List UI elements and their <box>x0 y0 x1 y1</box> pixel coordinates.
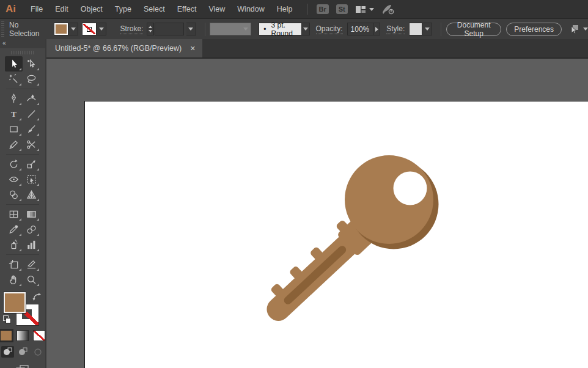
stepper-down-icon[interactable] <box>149 30 152 32</box>
fill-indicator-swatch[interactable] <box>4 292 26 313</box>
rectangle-tool[interactable] <box>5 122 23 137</box>
scale-tool[interactable] <box>23 156 40 172</box>
stroke-width-dropdown[interactable] <box>155 23 196 35</box>
draw-behind-button[interactable] <box>17 346 29 358</box>
chevron-down-icon <box>99 28 104 31</box>
magic-wand-tool[interactable] <box>5 72 23 87</box>
illustrator-logo: Ai <box>6 3 16 15</box>
slice-tool[interactable] <box>23 257 40 272</box>
draw-inside-button[interactable] <box>32 346 45 358</box>
menu-file[interactable]: File <box>24 0 49 18</box>
column-graph-tool[interactable] <box>23 237 40 252</box>
bridge-button[interactable]: Br <box>317 4 329 14</box>
chevron-down-icon <box>71 28 76 31</box>
stroke-width-field[interactable] <box>155 23 184 35</box>
direct-selection-tool[interactable] <box>23 56 40 72</box>
symbol-sprayer-tool[interactable] <box>5 237 23 252</box>
document-setup-button[interactable]: Document Setup <box>446 23 501 36</box>
fill-stroke-indicator <box>0 291 45 329</box>
menu-window[interactable]: Window <box>231 0 270 18</box>
menu-select[interactable]: Select <box>138 0 171 18</box>
select-similar-group[interactable] <box>568 24 588 35</box>
stock-button[interactable]: St <box>336 4 348 14</box>
paintbrush-tool[interactable] <box>23 122 40 137</box>
control-bar: No Selection Stroke: <box>0 18 588 39</box>
menubar-separator <box>307 4 308 15</box>
controlbar-grip[interactable] <box>1 21 4 37</box>
curvature-tool[interactable] <box>23 91 40 106</box>
free-transform-tool[interactable] <box>23 172 40 187</box>
menu-edit[interactable]: Edit <box>49 0 75 18</box>
gpu-performance-icon[interactable] <box>381 4 395 15</box>
perspective-grid-tool[interactable] <box>23 187 40 202</box>
blend-tool[interactable] <box>23 222 40 237</box>
style-label[interactable]: Style: <box>386 24 405 34</box>
eyedropper-tool[interactable] <box>5 222 23 237</box>
opacity-options-button[interactable] <box>373 23 380 35</box>
opacity-field[interactable]: 100% <box>347 23 374 35</box>
toolbox-grip[interactable] <box>11 50 34 55</box>
color-button[interactable] <box>0 330 12 341</box>
artboard-tool[interactable] <box>5 257 23 272</box>
menu-object[interactable]: Object <box>75 0 109 18</box>
stepper-up-icon[interactable] <box>149 26 152 28</box>
selection-status: No Selection <box>9 21 39 38</box>
stroke-label[interactable]: Stroke: <box>120 24 143 34</box>
screen-mode-button[interactable] <box>0 364 45 368</box>
style-dropdown[interactable] <box>405 23 432 35</box>
fill-dropdown-chevron[interactable] <box>68 23 78 35</box>
menu-effect[interactable]: Effect <box>171 0 203 18</box>
width-tool[interactable] <box>5 172 23 187</box>
rotate-tool[interactable] <box>5 156 23 172</box>
preferences-button[interactable]: Preferences <box>506 23 562 36</box>
menu-type[interactable]: Type <box>109 0 138 18</box>
scissors-tool[interactable] <box>23 137 40 152</box>
none-slash-icon <box>83 24 95 34</box>
canvas-area[interactable] <box>46 59 588 368</box>
controlbar-separator <box>205 23 205 36</box>
menu-bar: Ai FileEditObjectTypeSelectEffectViewWin… <box>0 0 588 18</box>
default-fill-stroke-icon[interactable] <box>3 315 12 324</box>
opacity-label[interactable]: Opacity: <box>316 24 343 34</box>
tab-close-icon[interactable]: × <box>190 44 195 53</box>
stroke-width-chevron[interactable] <box>186 23 196 35</box>
none-button[interactable] <box>33 330 45 341</box>
document-tab[interactable]: Untitled-5* @ 66.67% (RGB/Preview) × <box>46 39 202 57</box>
stroke-color-dropdown[interactable] <box>82 23 106 35</box>
fill-color-value <box>55 24 67 34</box>
type-tool[interactable]: T <box>5 106 23 122</box>
color-mode-row <box>0 330 45 341</box>
lasso-tool[interactable] <box>23 72 40 87</box>
stroke-color-swatch[interactable] <box>82 23 97 35</box>
zoom-tool[interactable] <box>23 272 40 287</box>
workspace-switcher[interactable] <box>355 5 374 14</box>
default-fill-icon <box>6 318 11 323</box>
brush-dropdown-chevron[interactable] <box>302 23 310 35</box>
pen-tool[interactable] <box>5 91 23 106</box>
gradient-tool[interactable] <box>23 207 40 222</box>
gradient-button[interactable] <box>17 330 29 341</box>
menu-help[interactable]: Help <box>271 0 299 18</box>
stroke-width-stepper[interactable] <box>147 23 153 35</box>
key-illustration[interactable] <box>46 59 588 368</box>
toolbox-separator <box>5 202 40 207</box>
hand-tool[interactable] <box>5 272 23 287</box>
width-profile-dropdown[interactable] <box>210 23 251 35</box>
menu-view[interactable]: View <box>202 0 231 18</box>
style-dropdown-chevron[interactable] <box>422 23 432 35</box>
swap-fill-stroke-icon[interactable] <box>32 292 42 302</box>
drawing-mode-row <box>0 346 45 358</box>
brush-dropdown[interactable]: • 3 pt. Round <box>259 23 302 35</box>
style-swatch[interactable] <box>409 23 422 35</box>
stroke-dropdown-chevron[interactable] <box>97 23 106 35</box>
toolbox-collapse-button[interactable]: « <box>0 39 45 48</box>
fill-color-dropdown[interactable] <box>54 23 78 35</box>
draw-normal-button[interactable] <box>1 346 14 358</box>
selection-tool[interactable] <box>5 56 23 72</box>
select-similar-objects-icon <box>568 24 580 35</box>
mesh-tool[interactable] <box>5 207 23 222</box>
shape-builder-tool[interactable] <box>5 187 23 202</box>
shaper-tool[interactable] <box>5 137 23 152</box>
fill-color-swatch[interactable] <box>54 23 68 35</box>
line-segment-tool[interactable] <box>23 106 40 122</box>
